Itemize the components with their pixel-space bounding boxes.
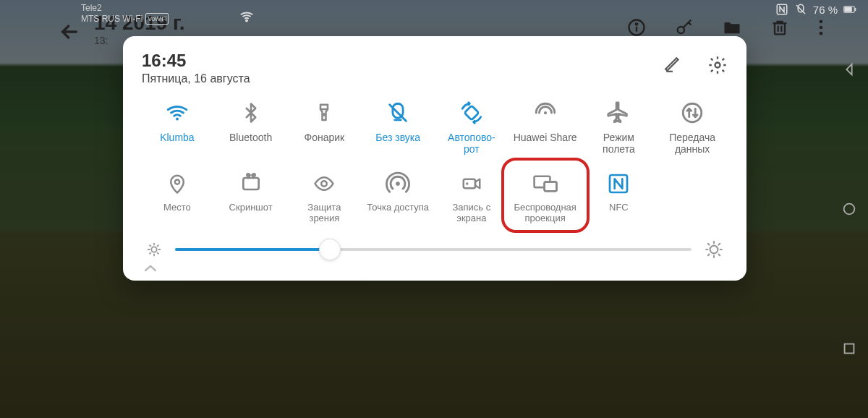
svg-line-52 [719,255,720,256]
qs-nfc[interactable]: NFC [584,171,655,226]
brightness-high-icon [705,240,723,259]
edit-icon[interactable] [664,55,683,75]
carrier-2: MTS RUS Wi-Fi [81,14,142,24]
collapse-chevron-icon[interactable] [142,259,728,275]
svg-point-19 [176,118,179,121]
svg-line-44 [150,253,150,254]
panel-time: 16:45 [142,52,250,69]
svg-point-27 [247,174,249,176]
qs-wifi[interactable]: Klumba [142,100,213,155]
qs-bluetooth[interactable]: Bluetooth [216,100,286,155]
hotspot-icon [385,171,411,197]
data-icon [679,100,705,126]
svg-point-24 [683,103,702,122]
qs-label: Защита зрения [292,202,357,226]
qs-share[interactable]: Huawei Share [510,100,581,155]
share-icon [532,100,558,126]
qs-data[interactable]: Передача данных [657,100,728,155]
mute-status-icon [794,3,807,16]
qs-eye[interactable]: Защита зрения [289,171,360,226]
qs-label: Без звука [375,132,420,155]
carrier-1: Tele2 [81,3,169,13]
svg-rect-22 [464,106,479,120]
quick-settings-panel: 16:45 Пятница, 16 августа KlumbaBluetoot… [123,36,746,281]
qs-label: Передача данных [660,132,725,155]
svg-point-23 [544,111,547,114]
quick-settings-grid: KlumbaBluetoothФонарикБез звукаАвтопово-… [142,100,728,226]
svg-rect-31 [464,179,475,189]
flashlight-icon [311,100,337,126]
nav-back-icon[interactable] [841,61,857,77]
qs-label: Фонарик [305,132,345,155]
status-bar: Tele2 MTS RUS Wi-Fi VoWiFi 76 % [0,0,868,38]
qs-location[interactable]: Место [142,171,213,226]
eye-icon [311,171,337,197]
autorotate-icon [459,100,485,126]
nfc-icon [605,171,631,197]
qs-label: Huawei Share [514,132,577,155]
location-icon [164,171,190,197]
svg-point-25 [175,180,179,184]
brightness-thumb[interactable] [319,239,341,260]
gear-icon[interactable] [707,55,728,75]
qs-mute[interactable]: Без звука [362,100,433,155]
svg-point-28 [252,174,255,176]
svg-point-37 [151,247,156,252]
wifi-status-icon [239,9,255,25]
svg-line-53 [708,255,710,256]
battery-percent: 76 % [813,4,838,16]
svg-point-18 [715,63,720,68]
svg-line-43 [158,253,158,254]
qs-label: Режим полета [586,132,651,155]
panel-date: Пятница, 16 августа [142,72,250,85]
svg-line-51 [708,244,710,245]
qs-hotspot[interactable]: Точка доступа [362,171,433,226]
nav-home-icon[interactable] [841,201,857,217]
screenshot-icon [238,171,264,197]
record-icon [459,171,485,197]
qs-label: Bluetooth [229,132,272,155]
svg-point-46 [710,246,718,254]
svg-rect-34 [544,182,556,192]
wifi-icon [164,100,190,126]
qs-record[interactable]: Запись с экрана [436,171,507,226]
mute-icon [385,100,411,126]
svg-point-4 [246,20,247,21]
nfc-status-icon [775,3,788,16]
brightness-track[interactable] [175,248,692,251]
svg-point-29 [322,181,328,187]
qs-flashlight[interactable]: Фонарик [289,100,360,155]
qs-label: Klumba [160,132,194,155]
svg-point-32 [466,182,469,185]
qs-label: Запись с экрана [439,202,504,226]
svg-rect-26 [243,178,258,189]
vowifi-badge: VoWiFi [145,13,169,25]
qs-screenshot[interactable]: Скриншот [216,171,286,226]
svg-line-54 [719,244,720,245]
svg-rect-16 [845,344,854,353]
brightness-slider[interactable] [142,240,728,259]
svg-line-45 [158,245,158,246]
nav-recent-icon[interactable] [841,341,857,357]
airplane-icon [605,100,631,126]
qs-label: Точка доступа [367,202,429,226]
svg-line-42 [150,245,150,246]
qs-label: Скриншот [229,202,273,226]
qs-label: NFC [609,202,629,226]
qs-label: Беспроводная проекция [513,202,578,226]
qs-airplane[interactable]: Режим полета [584,100,655,155]
svg-rect-20 [320,105,328,109]
qs-cast[interactable]: Беспроводная проекция [510,171,581,226]
qs-autorotate[interactable]: Автопово-рот [436,100,507,155]
cast-icon [532,171,558,197]
nav-bar [835,0,864,418]
bluetooth-icon [238,100,264,126]
qs-label: Автопово-рот [448,132,495,155]
brightness-low-icon [146,242,162,257]
svg-point-30 [396,182,400,186]
qs-label: Место [163,202,191,226]
svg-point-15 [844,204,855,215]
